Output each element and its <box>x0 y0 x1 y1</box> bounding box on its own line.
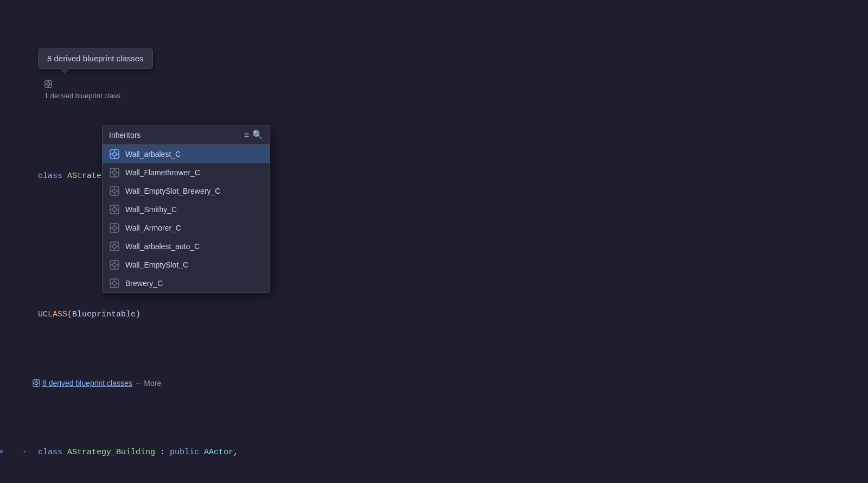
dropdown-header: Inheritors ≡ 🔍 <box>103 125 270 145</box>
item-label-5: Wall_arbalest_auto_C <box>125 242 200 251</box>
item-label-0: Wall_arbalest_C <box>125 150 181 158</box>
derived-classes-link-text[interactable]: 8 derived blueprint classes <box>42 377 132 390</box>
svg-point-31 <box>113 189 117 193</box>
dropdown-header-label: Inheritors <box>109 131 141 139</box>
gutter-down-zero: ↓⊘ <box>0 447 3 457</box>
comma-1: , <box>233 446 238 460</box>
tooltip-text: 8 derived blueprint classes <box>47 54 144 63</box>
svg-point-43 <box>113 226 117 230</box>
dropdown-item-7[interactable]: Brewery_C <box>103 274 270 293</box>
dropdown-item-1[interactable]: Wall_Flamethrower_C <box>103 163 270 182</box>
macro-uclass: UCLASS <box>38 308 67 322</box>
collapse-arrow: ▾ <box>23 447 27 457</box>
class-building-name: AStrategy_Building <box>67 446 155 460</box>
bp-hint-text: 1 derived blueprint class <box>44 92 120 100</box>
line-class-building: ↓⊘ ▾ class AStrategy_Building : public A… <box>33 446 868 460</box>
item-label-4: Wall_Armorer_C <box>125 224 181 232</box>
inheritors-dropdown: Inheritors ≡ 🔍 Wall_arbalest_C <box>102 125 270 293</box>
item-label-6: Wall_EmptySlot_C <box>125 260 188 269</box>
kw-public-1: public <box>170 446 204 460</box>
list-icon[interactable]: ≡ <box>244 130 249 140</box>
bp-icon-5 <box>109 241 120 252</box>
aactor-name: AActor <box>204 446 233 460</box>
svg-point-37 <box>113 208 117 212</box>
dropdown-header-icons: ≡ 🔍 <box>244 130 263 140</box>
svg-point-49 <box>113 245 117 249</box>
svg-point-19 <box>113 152 117 156</box>
more-link[interactable]: ··· More <box>136 377 161 390</box>
svg-point-25 <box>113 171 117 175</box>
keyword-class: class <box>38 169 67 183</box>
item-label-1: Wall_Flamethrower_C <box>125 168 200 177</box>
blueprint-icon-link <box>33 379 40 387</box>
line-bp-hint: 1 derived blueprint class <box>33 66 868 114</box>
svg-point-55 <box>113 263 117 267</box>
line-derived-link: Inheritors 8 derived blueprint classes ·… <box>27 377 868 390</box>
dropdown-item-2[interactable]: Wall_EmptySlot_Brewery_C <box>103 182 270 200</box>
bp-icon-3 <box>109 204 120 215</box>
svg-point-1 <box>47 82 49 85</box>
dropdown-item-3[interactable]: Wall_Smithy_C <box>103 200 270 219</box>
macro-arg: Blueprintable <box>72 308 136 322</box>
tooltip-box: 8 derived blueprint classes <box>38 48 153 69</box>
bp-icon-2 <box>109 186 120 196</box>
paren-close: ) <box>136 308 141 322</box>
bp-icon-6 <box>109 259 120 270</box>
line-uclass: UCLASS(Blueprintable) <box>33 308 868 322</box>
dropdown-item-4[interactable]: Wall_Armorer_C <box>103 219 270 237</box>
search-icon[interactable]: 🔍 <box>252 130 263 140</box>
svg-point-61 <box>113 282 117 285</box>
dropdown-item-0[interactable]: Wall_arbalest_C <box>103 145 270 163</box>
paren-open: ( <box>67 308 72 322</box>
bp-icon-0 <box>109 149 120 160</box>
kw-class-building: class <box>38 446 67 460</box>
colon-punct: : <box>155 446 170 460</box>
dropdown-item-6[interactable]: Wall_EmptySlot_C <box>103 256 270 274</box>
bp-icon-4 <box>109 223 120 233</box>
blueprint-icon-small <box>44 80 52 88</box>
item-label-3: Wall_Smithy_C <box>125 205 177 214</box>
dropdown-item-5[interactable]: Wall_arbalest_auto_C <box>103 237 270 256</box>
item-label-7: Brewery_C <box>125 279 163 288</box>
svg-point-7 <box>35 382 37 384</box>
bp-icon-7 <box>109 278 120 289</box>
item-label-2: Wall_EmptySlot_Brewery_C <box>125 187 220 195</box>
bp-icon-1 <box>109 167 120 178</box>
